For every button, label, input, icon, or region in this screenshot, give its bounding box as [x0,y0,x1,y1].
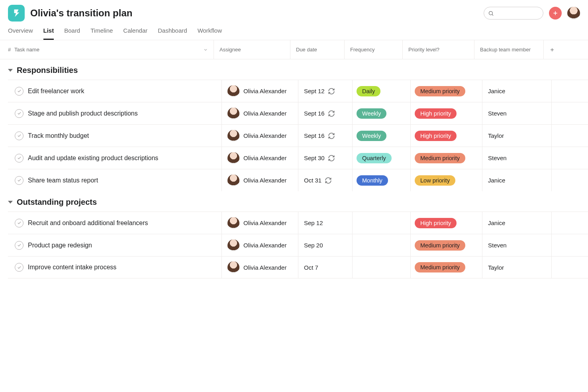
priority-cell[interactable]: Medium priority [410,257,482,278]
section-title: Responsibilities [17,66,78,75]
task-row[interactable]: Recruit and onboard additional freelance… [8,212,588,234]
backup-cell[interactable]: Taylor [482,257,551,278]
priority-cell[interactable]: Medium priority [410,147,482,169]
due-date-cell[interactable]: Sep 20 [298,234,352,256]
task-row[interactable]: Stage and publish product descriptions O… [8,102,588,124]
section-header[interactable]: Responsibilities [0,59,588,80]
priority-cell[interactable]: High priority [410,102,482,124]
backup-cell[interactable]: Steven [482,234,551,256]
priority-pill[interactable]: Medium priority [415,86,465,96]
backup-cell[interactable]: Janice [482,80,551,102]
column-task-name[interactable]: Task name [8,47,214,53]
due-date-cell[interactable]: Sept 16 [298,102,352,124]
backup-cell[interactable]: Steven [482,147,551,169]
section-title: Outstanding projects [17,198,97,207]
tabs: Overview List Board Timeline Calendar Da… [0,22,588,40]
due-date-cell[interactable]: Sept 16 [298,125,352,147]
due-date-cell[interactable]: Sep 12 [298,212,352,234]
priority-pill[interactable]: Medium priority [415,153,465,163]
frequency-cell[interactable]: Weekly [352,125,410,147]
recurring-icon [325,177,332,184]
task-name[interactable]: Recruit and onboard additional freelance… [22,220,221,227]
tab-timeline[interactable]: Timeline [90,27,113,40]
assignee-avatar [227,108,239,120]
column-due-date[interactable]: Due date [290,40,344,59]
priority-pill[interactable]: Medium priority [415,240,465,251]
backup-cell[interactable]: Steven [482,102,551,124]
frequency-cell[interactable]: Daily [352,80,410,102]
task-name[interactable]: Audit and update existing product descri… [22,155,221,162]
add-column-button[interactable] [543,40,588,59]
column-hash[interactable]: # [0,47,8,53]
frequency-pill[interactable]: Monthly [357,175,388,186]
caret-down-icon[interactable] [8,69,13,72]
caret-down-icon[interactable] [8,201,13,204]
task-row[interactable]: Audit and update existing product descri… [8,147,588,169]
due-date-cell[interactable]: Oct 7 [298,257,352,278]
priority-cell[interactable]: Medium priority [410,80,482,102]
priority-pill[interactable]: Medium priority [415,262,465,272]
assignee-avatar [227,85,239,97]
section-header[interactable]: Outstanding projects [0,191,588,212]
assignee-cell[interactable]: Olivia Alexander [221,212,298,234]
assignee-name: Olivia Alexander [243,155,286,161]
tab-dashboard[interactable]: Dashboard [158,27,187,40]
frequency-cell[interactable]: Monthly [352,169,410,191]
assignee-cell[interactable]: Olivia Alexander [221,257,298,278]
frequency-cell[interactable] [352,234,410,256]
tab-overview[interactable]: Overview [8,27,33,40]
tab-list[interactable]: List [43,27,54,40]
task-name[interactable]: Share team status report [22,177,221,184]
due-date-cell[interactable]: Oct 31 [298,169,352,191]
backup-cell[interactable]: Janice [482,212,551,234]
task-row[interactable]: Share team status report Olivia Alexande… [8,169,588,191]
assignee-cell[interactable]: Olivia Alexander [221,234,298,256]
assignee-cell[interactable]: Olivia Alexander [221,169,298,191]
column-priority[interactable]: Priority level? [402,40,474,59]
priority-cell[interactable]: Medium priority [410,234,482,256]
priority-pill[interactable]: Low priority [415,175,455,186]
assignee-cell[interactable]: Olivia Alexander [221,125,298,147]
backup-cell[interactable]: Taylor [482,125,551,147]
frequency-pill[interactable]: Daily [357,86,380,96]
frequency-pill[interactable]: Quarterly [357,153,392,163]
frequency-pill[interactable]: Weekly [357,131,386,141]
task-row[interactable]: Improve content intake process Olivia Al… [8,256,588,278]
task-name[interactable]: Improve content intake process [22,264,221,271]
priority-pill[interactable]: High priority [415,218,457,228]
priority-pill[interactable]: High priority [415,108,457,119]
task-row[interactable]: Product page redesign Olivia Alexander S… [8,234,588,256]
column-assignee[interactable]: Assignee [214,40,290,59]
frequency-pill[interactable]: Weekly [357,108,386,119]
task-name[interactable]: Stage and publish product descriptions [22,110,221,117]
priority-pill[interactable]: High priority [415,131,457,141]
due-date-cell[interactable]: Sept 12 [298,80,352,102]
task-name[interactable]: Track monthly budget [22,132,221,139]
frequency-cell[interactable]: Quarterly [352,147,410,169]
task-row[interactable]: Edit freelancer work Olivia Alexander Se… [8,80,588,102]
tab-calendar[interactable]: Calendar [123,27,147,40]
tab-workflow[interactable]: Workflow [198,27,222,40]
assignee-cell[interactable]: Olivia Alexander [221,147,298,169]
priority-cell[interactable]: Low priority [410,169,482,191]
task-row[interactable]: Track monthly budget Olivia Alexander Se… [8,124,588,147]
priority-cell[interactable]: High priority [410,125,482,147]
assignee-cell[interactable]: Olivia Alexander [221,102,298,124]
backup-cell[interactable]: Janice [482,169,551,191]
task-name[interactable]: Product page redesign [22,242,221,249]
user-avatar[interactable] [567,7,580,20]
priority-cell[interactable]: High priority [410,212,482,234]
assignee-name: Olivia Alexander [243,177,286,184]
column-backup[interactable]: Backup team member [474,40,543,59]
task-name[interactable]: Edit freelancer work [22,88,221,95]
frequency-cell[interactable]: Weekly [352,102,410,124]
frequency-cell[interactable] [352,257,410,278]
column-frequency[interactable]: Frequency [344,40,402,59]
assignee-cell[interactable]: Olivia Alexander [221,80,298,102]
search-input[interactable] [484,7,543,20]
tab-board[interactable]: Board [64,27,80,40]
chevron-down-icon[interactable] [203,47,208,52]
add-button[interactable] [549,7,562,20]
due-date-cell[interactable]: Sept 30 [298,147,352,169]
frequency-cell[interactable] [352,212,410,234]
